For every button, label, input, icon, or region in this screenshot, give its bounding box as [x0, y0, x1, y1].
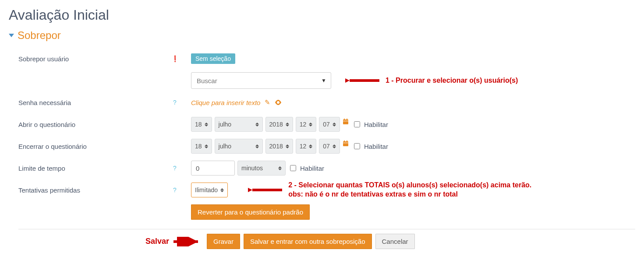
open-minute-select[interactable]: 07 — [319, 117, 340, 132]
time-unit-select[interactable]: minutos — [237, 161, 286, 176]
page-title: Avaliação Inicial — [9, 7, 635, 23]
cancel-button[interactable]: Cancelar — [375, 234, 415, 249]
svg-rect-4 — [347, 119, 347, 120]
dropdown-icon: ▼ — [321, 77, 326, 84]
close-hour-select[interactable]: 12 — [296, 139, 317, 154]
svg-rect-7 — [344, 141, 345, 142]
annotation-arrow-icon — [173, 237, 203, 246]
section-toggle[interactable]: Sobrepor — [9, 29, 635, 42]
label-open-quiz: Abrir o questionário — [18, 121, 180, 128]
time-limit-input[interactable] — [191, 161, 235, 176]
calendar-icon[interactable] — [343, 141, 350, 148]
pencil-icon[interactable]: ✎ — [265, 98, 270, 106]
time-enable-label: Habilitar — [300, 165, 324, 172]
eye-icon[interactable] — [275, 99, 282, 106]
annotation-1-text: 1 - Procurar e selecionar o(s) usuário(s… — [386, 77, 518, 84]
time-enable-input[interactable] — [290, 165, 296, 171]
help-icon[interactable]: ? — [169, 186, 180, 193]
help-icon[interactable]: ? — [169, 99, 180, 106]
svg-rect-8 — [347, 141, 347, 142]
label-password: Senha necessária — [18, 99, 169, 106]
annotation-arrow-icon — [345, 76, 380, 85]
open-enable-checkbox[interactable]: Habilitar — [352, 120, 388, 129]
label-override-user: Sobrepor usuário — [18, 55, 169, 63]
open-year-select[interactable]: 2018 — [265, 117, 293, 132]
close-day-select[interactable]: 18 — [191, 139, 212, 154]
svg-rect-6 — [343, 143, 348, 143]
divider — [18, 229, 635, 229]
close-year-select[interactable]: 2018 — [265, 139, 293, 154]
svg-rect-3 — [344, 119, 345, 120]
user-search-combo[interactable]: ▼ — [191, 72, 331, 89]
save-button[interactable]: Gravar — [207, 234, 240, 249]
open-month-select[interactable]: julho — [215, 117, 263, 132]
password-input-link[interactable]: Clique para inserir texto — [191, 99, 260, 106]
revert-button[interactable]: Reverter para o questionário padrão — [191, 204, 310, 220]
open-enable-label: Habilitar — [364, 121, 388, 128]
open-day-select[interactable]: 18 — [191, 117, 212, 132]
calendar-icon[interactable] — [343, 119, 350, 126]
user-search-input[interactable] — [196, 77, 321, 85]
close-enable-checkbox[interactable]: Habilitar — [352, 142, 388, 151]
close-month-select[interactable]: julho — [215, 139, 263, 154]
close-enable-input[interactable] — [354, 143, 360, 149]
annotation-2-line2: obs: não é o nr de tentativas extras e s… — [288, 190, 531, 199]
annotation-2-line1: 2 - Selecionar quantas TOTAIS o(s) aluno… — [288, 181, 531, 190]
close-minute-select[interactable]: 07 — [319, 139, 340, 154]
annotation-arrow-icon — [248, 185, 283, 195]
section-title: Sobrepor — [18, 29, 61, 42]
open-hour-select[interactable]: 12 — [296, 117, 317, 132]
alert-icon: ❗ — [169, 55, 180, 62]
svg-rect-2 — [343, 121, 348, 121]
open-enable-input[interactable] — [354, 121, 360, 127]
help-icon[interactable]: ? — [169, 165, 180, 172]
attempts-select[interactable]: Ilimitado — [191, 183, 228, 197]
svg-rect-1 — [343, 119, 348, 124]
label-close-quiz: Encerrar o questionário — [18, 143, 180, 150]
annotation-save-label: Salvar — [145, 237, 169, 246]
close-enable-label: Habilitar — [364, 143, 388, 150]
time-enable-checkbox[interactable]: Habilitar — [288, 164, 324, 172]
label-time-limit: Limite de tempo — [18, 165, 169, 172]
label-attempts: Tentativas permitidas — [18, 186, 169, 194]
chevron-down-icon — [9, 34, 14, 37]
save-and-new-button[interactable]: Salvar e entrar com outra sobreposição — [244, 234, 372, 249]
user-selection-tag: Sem seleção — [191, 53, 235, 64]
svg-rect-5 — [343, 141, 348, 146]
